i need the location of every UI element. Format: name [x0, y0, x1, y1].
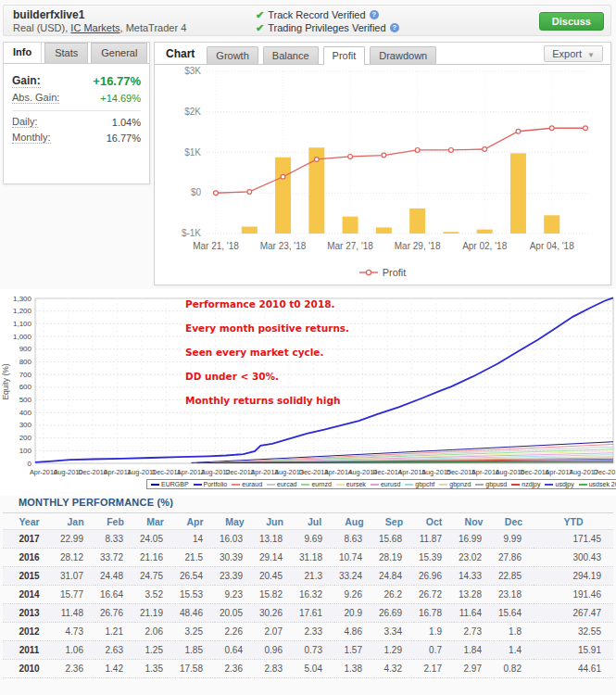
value-cell: 20.05	[215, 604, 255, 623]
svg-text:Performance 2010 t0 2018.: Performance 2010 t0 2018.	[185, 298, 335, 310]
value-cell: 28.19	[374, 549, 414, 567]
tab-balance[interactable]: Balance	[263, 46, 319, 64]
svg-text:900: 900	[19, 345, 32, 353]
svg-text:1,100: 1,100	[13, 320, 32, 328]
value-cell: 0.82	[494, 660, 534, 678]
value-cell: 28.12	[56, 549, 95, 567]
svg-text:Mar 21, '18: Mar 21, '18	[193, 241, 239, 251]
legend-item: euraud	[232, 481, 262, 487]
profit-legend-marker	[359, 269, 378, 276]
legend-label: eurnzd	[311, 481, 331, 487]
value-cell: 1.84	[454, 641, 494, 660]
value-cell: 16.78	[414, 604, 454, 623]
legend-label: eurcad	[277, 481, 296, 487]
daily-label: Daily:	[12, 116, 38, 128]
gain-value: +16.77%	[93, 74, 141, 88]
equity-history-chart: 1,3001,2001,1001,00090080070060050040030…	[0, 289, 616, 496]
help-icon[interactable]: ?	[390, 23, 399, 32]
value-cell: 26.54	[175, 567, 215, 586]
legend-item: eurcad	[267, 481, 296, 487]
value-cell: 24.75	[135, 567, 175, 586]
value-cell: 1.8	[494, 623, 534, 641]
help-icon[interactable]: ?	[370, 10, 379, 19]
legend-item: usdsek 20%dd	[579, 481, 616, 487]
svg-text:Apr 02, '18: Apr 02, '18	[462, 241, 507, 251]
svg-text:600: 600	[19, 383, 32, 391]
tab-stats[interactable]: Stats	[44, 43, 88, 63]
info-stats: Gain: +16.77% Abs. Gain: +14.69% Daily: …	[4, 64, 149, 144]
tab-growth[interactable]: Growth	[207, 46, 258, 64]
value-cell: 4.32	[374, 660, 414, 678]
account-type: Real (USD),	[13, 22, 70, 33]
value-cell: 32.55	[534, 623, 613, 641]
table-row: 201311.4826.7621.1948.4620.0530.2617.612…	[3, 604, 613, 623]
tab-general[interactable]: General	[91, 43, 147, 63]
svg-text:1,000: 1,000	[13, 333, 32, 341]
value-cell: 48.46	[175, 604, 215, 623]
value-cell: 15.82	[255, 586, 295, 604]
info-panel: Info Stats General Gain: +16.77% Abs. Ga…	[3, 42, 150, 184]
svg-text:Mar 27, '18: Mar 27, '18	[327, 241, 373, 251]
year-cell: 2011	[3, 641, 56, 660]
column-header: Jan	[56, 513, 95, 530]
monthly-row: Monthly: 16.77%	[12, 132, 141, 144]
value-cell: 11.87	[414, 530, 454, 549]
year-cell: 2012	[3, 623, 56, 641]
table-row: 201531.0724.4824.7526.5423.3920.4521.333…	[3, 567, 613, 586]
legend-item: eurnzd	[301, 481, 331, 487]
value-cell: 3.52	[135, 586, 175, 604]
value-cell: 3.34	[374, 623, 414, 641]
value-cell: 16.32	[295, 586, 334, 604]
value-cell: 29.14	[255, 549, 295, 567]
value-cell: 2.36	[215, 660, 255, 678]
value-cell: 294.19	[534, 567, 613, 586]
value-cell: 9.99	[494, 530, 534, 549]
value-cell: 14	[175, 530, 215, 549]
value-cell: 2.63	[95, 641, 135, 660]
value-cell: 24.84	[374, 567, 414, 586]
value-cell: 33.72	[95, 549, 135, 567]
value-cell: 26.2	[374, 586, 414, 604]
value-cell: 27.86	[494, 549, 534, 567]
broker-link[interactable]: IC Markets	[70, 22, 119, 33]
year-cell: 2013	[3, 604, 56, 623]
legend-swatch	[151, 484, 159, 486]
value-cell: 8.33	[95, 530, 135, 549]
monthly-label: Monthly:	[12, 132, 51, 144]
value-cell: 2.33	[295, 623, 334, 641]
tab-profit[interactable]: Profit	[323, 46, 366, 65]
trading-privileges-verified: ✔ Trading Privileges Verified ?	[256, 21, 399, 34]
value-cell: 17.61	[295, 604, 334, 623]
value-cell: 0.96	[255, 641, 295, 660]
svg-text:$0: $0	[191, 187, 202, 197]
value-cell: 21.5	[175, 549, 215, 567]
svg-text:700: 700	[19, 371, 32, 379]
chart-panel-title: Chart	[166, 47, 195, 60]
svg-text:DD under < 30%.: DD under < 30%.	[185, 371, 279, 382]
svg-text:$3K: $3K	[184, 67, 201, 76]
svg-text:$2K: $2K	[184, 107, 201, 117]
profit-chart-legend[interactable]: Profit	[155, 267, 610, 278]
column-header: Dec	[494, 513, 534, 530]
verification-label: Track Record Verified	[268, 9, 365, 20]
svg-text:Mar 23, '18: Mar 23, '18	[260, 241, 307, 251]
year-cell: 2016	[3, 549, 56, 567]
value-cell: 26.96	[414, 567, 454, 586]
value-cell: 30.39	[215, 549, 255, 567]
profit-legend-label: Profit	[383, 267, 407, 278]
value-cell: 26.76	[95, 604, 135, 623]
legend-item: EURGBP	[151, 481, 189, 487]
year-cell: 2014	[3, 586, 56, 604]
discuss-button[interactable]: Discuss	[539, 12, 604, 31]
value-cell: 15.91	[534, 641, 613, 660]
tab-drawdown[interactable]: Drawdown	[370, 46, 436, 64]
value-cell: 5.04	[295, 660, 334, 678]
tab-info[interactable]: Info	[4, 43, 42, 63]
monthly-performance-title: MONTHLY PERFORMANCE (%)	[19, 497, 173, 508]
value-cell: 11.64	[454, 604, 494, 623]
export-button[interactable]: Export▼	[544, 45, 603, 62]
value-cell: 3.25	[175, 623, 215, 641]
chart-tabs: Chart Growth Balance Profit Drawdown Exp…	[155, 43, 610, 65]
svg-text:200: 200	[19, 434, 32, 442]
legend-item: eurusd	[371, 481, 400, 487]
